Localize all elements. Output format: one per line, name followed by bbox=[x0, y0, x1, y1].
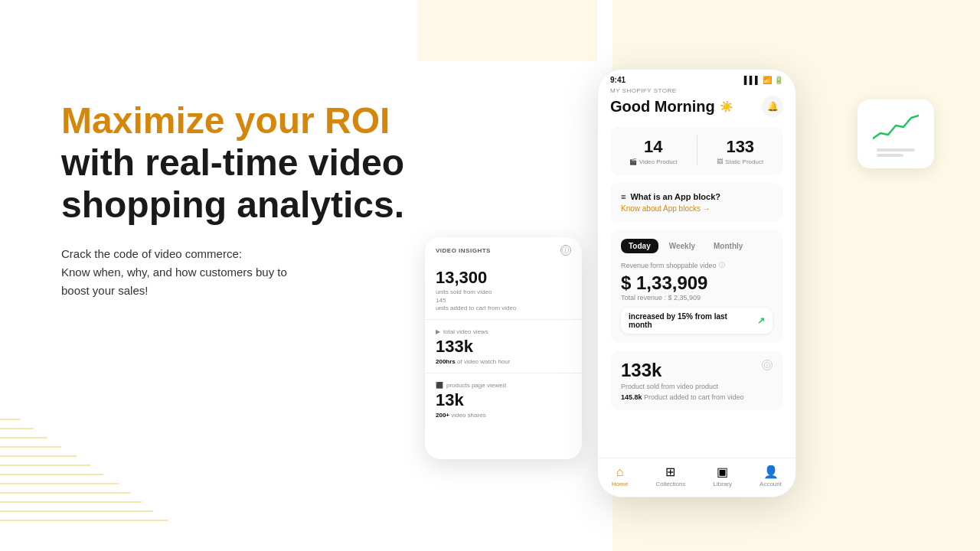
increase-badge: increased by 15% from last month ↗ bbox=[621, 308, 773, 334]
tab-today[interactable]: Today bbox=[621, 239, 658, 253]
bottom-nav: ⌂ Home ⊞ Collections ▣ Library 👤 Account bbox=[598, 458, 795, 497]
legend-line-2 bbox=[877, 154, 903, 157]
insight-page-viewed: ⬛ products page viewed 13k 200+ video sh… bbox=[425, 373, 582, 426]
headline-part1: Maximize your ROI bbox=[61, 100, 390, 141]
legend-line-1 bbox=[877, 148, 915, 152]
library-icon: ▣ bbox=[717, 465, 728, 479]
increase-arrow-icon: ↗ bbox=[757, 315, 765, 326]
increase-text: increased by 15% from last month bbox=[629, 312, 753, 329]
appblock-title: ≡ What is an App block? bbox=[621, 192, 773, 201]
stat-static-product: 133 🖼 Static Product bbox=[697, 137, 784, 165]
headline-part2: with real-time video bbox=[61, 142, 404, 183]
greeting-emoji: ☀️ bbox=[720, 100, 733, 112]
stats-card: 14 🎬 Video Product 133 🖼 Static Product bbox=[610, 126, 783, 175]
stat-static-num: 133 bbox=[697, 137, 784, 157]
video-insights-header: Video Insights ⓘ bbox=[425, 237, 582, 260]
video-icon: ▶ bbox=[436, 328, 440, 335]
nav-home[interactable]: ⌂ Home bbox=[612, 465, 628, 487]
nav-library-label: Library bbox=[714, 481, 732, 487]
nav-collections-label: Collections bbox=[655, 481, 685, 487]
tab-monthly[interactable]: Monthly bbox=[706, 239, 750, 253]
nav-home-label: Home bbox=[612, 481, 628, 487]
appblock-link[interactable]: Know about App blocks → bbox=[621, 204, 773, 213]
product-sub: 145.8k Product added to cart from video bbox=[621, 393, 744, 401]
stat-static-label: 🖼 Static Product bbox=[697, 158, 784, 165]
product-label: Product sold from video product bbox=[621, 383, 744, 390]
info-icon: ⓘ bbox=[560, 245, 571, 256]
revenue-label: Revenue form shoppable video ⓘ bbox=[621, 261, 773, 269]
subtext: Crack the code of video commerce: Know w… bbox=[61, 245, 413, 300]
time-display: 9:41 bbox=[610, 76, 626, 84]
phone-large: 9:41 ▌▌▌ 📶 🔋 MY SHOPIFY STORE Good Morni… bbox=[597, 69, 796, 497]
video-insights-label: Video Insights bbox=[436, 247, 491, 254]
tab-weekly[interactable]: Weekly bbox=[662, 239, 703, 253]
insight-video-views: ▶ total video views 133k 200hrs of video… bbox=[425, 320, 582, 373]
greeting-text: Good Morning bbox=[610, 98, 715, 116]
units-cart-num: 145 bbox=[436, 297, 571, 304]
units-cart-label: units added to cart from video bbox=[436, 305, 571, 311]
info-circle-product: ⓘ bbox=[762, 360, 773, 370]
deco-yellow-top bbox=[417, 0, 597, 61]
collections-icon: ⊞ bbox=[665, 465, 675, 479]
main-headline: Maximize your ROI with real-time video s… bbox=[61, 99, 413, 227]
chart-legend bbox=[877, 148, 915, 157]
deco-lines bbox=[0, 413, 230, 536]
stat-video-label: 🎬 Video Product bbox=[610, 158, 697, 165]
page-icon: ⬛ bbox=[436, 382, 443, 389]
nav-library[interactable]: ▣ Library bbox=[714, 465, 732, 487]
static-product-icon: 🖼 bbox=[717, 158, 723, 165]
float-card bbox=[858, 99, 934, 168]
account-icon: 👤 bbox=[763, 465, 779, 479]
units-sold-num: 13,300 bbox=[436, 268, 571, 288]
product-num: 133k bbox=[621, 360, 744, 381]
stat-video-product: 14 🎬 Video Product bbox=[610, 137, 697, 165]
store-label: MY SHOPIFY STORE bbox=[610, 87, 783, 94]
nav-collections[interactable]: ⊞ Collections bbox=[655, 465, 685, 487]
left-content: Maximize your ROI with real-time video s… bbox=[61, 99, 413, 300]
nav-account-label: Account bbox=[760, 481, 782, 487]
info-circle-revenue: ⓘ bbox=[719, 261, 725, 269]
appblock-card: ≡ What is an App block? Know about App b… bbox=[610, 183, 783, 222]
product-stats: 133k Product sold from video product 145… bbox=[621, 360, 744, 401]
product-card: 133k Product sold from video product 145… bbox=[610, 350, 783, 410]
stat-video-num: 14 bbox=[610, 137, 697, 157]
insight-units-sold: 13,300 units sold from video 145 units a… bbox=[425, 260, 582, 320]
video-views-num: 133k bbox=[436, 337, 571, 357]
revenue-amount: $ 1,33,909 bbox=[621, 272, 773, 294]
tab-row: Today Weekly Monthly bbox=[621, 239, 773, 253]
status-icons: ▌▌▌ 📶 🔋 bbox=[744, 76, 783, 84]
nav-account[interactable]: 👤 Account bbox=[760, 465, 782, 487]
video-product-icon: 🎬 bbox=[629, 158, 637, 165]
trend-chart bbox=[873, 112, 919, 142]
greeting-row: Good Morning ☀️ 🔔 bbox=[610, 96, 783, 117]
revenue-card: Today Weekly Monthly Revenue form shoppa… bbox=[610, 230, 783, 343]
page-viewed-num: 13k bbox=[436, 390, 571, 410]
status-bar: 9:41 ▌▌▌ 📶 🔋 bbox=[598, 70, 795, 87]
total-revenue: Total revenue : $ 2,35,909 bbox=[621, 294, 773, 302]
phone-small: Video Insights ⓘ 13,300 units sold from … bbox=[425, 237, 582, 459]
phone-body: MY SHOPIFY STORE Good Morning ☀️ 🔔 14 🎬 … bbox=[598, 87, 795, 410]
headline-part3: shopping analytics. bbox=[61, 184, 404, 225]
watch-hour: 200hrs of video watch hour bbox=[436, 358, 571, 365]
home-icon: ⌂ bbox=[616, 465, 624, 479]
video-shares: 200+ video shares bbox=[436, 412, 571, 419]
units-sold-label: units sold from video bbox=[436, 289, 571, 295]
bell-icon: 🔔 bbox=[762, 96, 783, 117]
